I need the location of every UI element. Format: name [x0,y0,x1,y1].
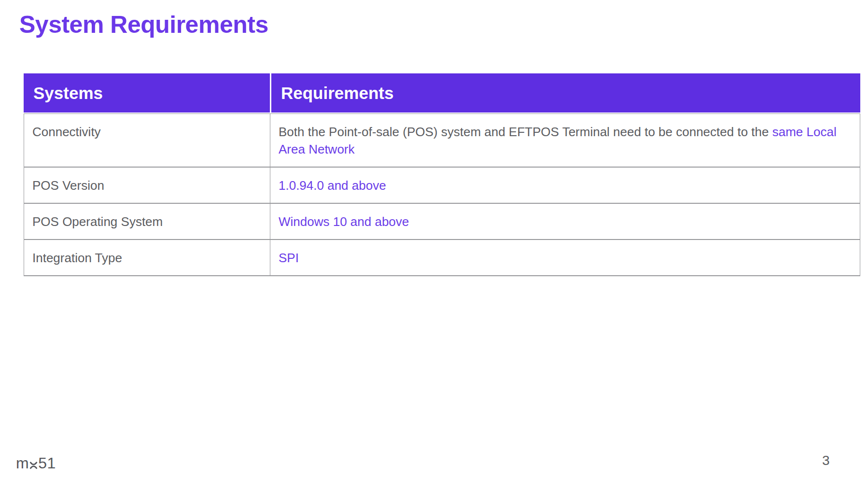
table-header-row: Systems Requirements [24,73,860,113]
requirement-text: Windows 10 and above [279,213,851,230]
header-requirements-label: Requirements [281,84,393,103]
header-cell-requirements: Requirements [271,73,860,113]
requirement-link[interactable]: SPI [279,251,299,265]
logo-text-m: m [16,455,29,471]
requirements-table: Systems Requirements Connectivity Both t… [24,73,860,276]
system-name-cell: POS Version [24,168,270,203]
page-title: System Requirements [19,13,268,37]
requirement-text: SPI [279,249,851,267]
mx51-logo: m 51 [16,455,56,471]
page-number: 3 [822,453,830,468]
system-name-label: Connectivity [32,125,101,139]
system-name-cell: Integration Type [24,240,270,275]
header-systems-label: Systems [33,84,103,103]
requirement-link[interactable]: 1.0.94.0 and above [279,178,386,193]
system-name-label: POS Operating System [32,214,163,229]
table-body: Connectivity Both the Point-of-sale (POS… [24,113,860,276]
requirement-cell: SPI [270,240,860,275]
requirement-plain-text: Both the Point-of-sale (POS) system and … [279,125,772,139]
table-row-connectivity: Connectivity Both the Point-of-sale (POS… [24,114,860,168]
requirement-cell: Windows 10 and above [270,204,860,239]
system-name-label: POS Version [32,178,104,193]
requirement-text: Both the Point-of-sale (POS) system and … [279,123,851,158]
requirement-text: 1.0.94.0 and above [279,177,851,194]
table-row-integration-type: Integration Type SPI [24,240,860,276]
requirement-link[interactable]: Windows 10 and above [279,214,409,229]
system-name-label: Integration Type [32,251,122,265]
requirement-cell: 1.0.94.0 and above [270,168,860,203]
system-name-cell: POS Operating System [24,204,270,239]
requirement-cell: Both the Point-of-sale (POS) system and … [270,114,860,167]
table-row-pos-version: POS Version 1.0.94.0 and above [24,168,860,204]
logo-x-icon [29,460,38,470]
header-cell-systems: Systems [24,73,270,113]
table-row-pos-operating-system: POS Operating System Windows 10 and abov… [24,204,860,240]
logo-text-51: 51 [38,455,56,471]
system-name-cell: Connectivity [24,114,270,167]
